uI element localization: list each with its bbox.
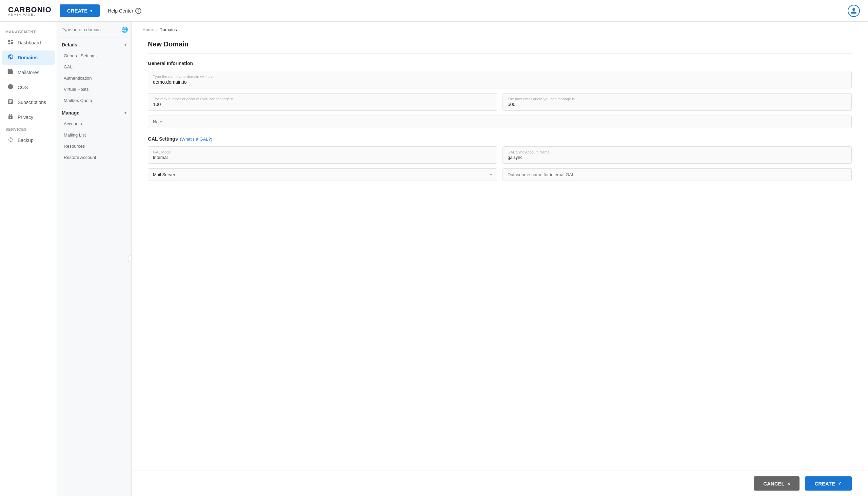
- max-quota-group: The max email quota you can manage is...: [503, 93, 852, 111]
- mail-server-datasource-row: Mail Server ▾: [148, 168, 852, 181]
- sidebar-item-label: Domains: [18, 55, 38, 60]
- sub-nav-virtual-hosts[interactable]: Virtual Hosts: [57, 84, 131, 95]
- gal-mode-wrapper: GAL Mode Internal: [148, 146, 497, 164]
- create-label: CREATE: [814, 481, 835, 486]
- manage-section-title: Manage: [62, 110, 79, 115]
- content-area: New Domain General Information Type the …: [132, 35, 868, 470]
- general-info-title: General Information: [148, 61, 852, 66]
- sidebar-item-label: Subscriptions: [18, 99, 46, 105]
- domain-name-label: Type the name your domain will have: [153, 75, 847, 79]
- page-title: New Domain: [148, 40, 852, 54]
- main-content: Home / Domains New Domain General Inform…: [132, 22, 868, 496]
- max-quota-wrapper: The max email quota you can manage is...: [503, 93, 852, 111]
- details-chevron-icon: ▾: [124, 42, 126, 47]
- domain-name-field-wrapper: Type the name your domain will have: [148, 71, 852, 89]
- domain-name-input-wrapper: Type the name your domain will have: [148, 71, 852, 89]
- details-nav-items: General Settings GAL Authentication Virt…: [57, 50, 131, 106]
- max-quota-label: The max email quota you can manage is...: [508, 97, 847, 101]
- sidebar-item-domains[interactable]: Domains: [2, 50, 55, 65]
- gal-sync-wrapper: GAL Sync Account Name galsync: [503, 146, 852, 164]
- cancel-button[interactable]: CANCEL ×: [754, 476, 799, 491]
- footer-actions: CANCEL × CREATE ✓: [132, 470, 868, 496]
- create-button-label: CREATE: [67, 8, 88, 14]
- sub-nav-restore-account[interactable]: Restore Account: [57, 152, 131, 163]
- sidebar-item-dashboard[interactable]: Dashboard: [2, 35, 55, 50]
- sidebar-item-privacy[interactable]: Privacy: [2, 110, 55, 124]
- chevron-down-icon: ▾: [90, 9, 92, 13]
- manage-nav-items: Accounts Mailing List Resources Restore …: [57, 118, 131, 163]
- cancel-label: CANCEL: [763, 481, 784, 486]
- sub-nav-mailing-list[interactable]: Mailing List: [57, 129, 131, 141]
- gal-settings-title: GAL Settings (What's a GAL?): [148, 136, 852, 142]
- mail-server-label: Mail Server: [153, 172, 175, 177]
- create-submit-button[interactable]: CREATE ✓: [805, 476, 852, 491]
- cos-icon: [8, 84, 14, 91]
- max-accounts-group: The max number of accounts you can manag…: [148, 93, 497, 111]
- breadcrumb-home[interactable]: Home: [143, 27, 154, 32]
- user-avatar-icon[interactable]: [848, 5, 860, 17]
- gal-sync-value: galsync: [508, 155, 847, 160]
- gal-settings-section: GAL Settings (What's a GAL?) GAL Mode In…: [148, 136, 852, 181]
- backup-icon: [8, 137, 14, 144]
- gal-mode-label: GAL Mode: [153, 150, 492, 154]
- topbar-right: [848, 5, 860, 17]
- topbar: CARBONIO ADMIN PANEL CREATE ▾ Help Cente…: [0, 0, 868, 22]
- logo: CARBONIO ADMIN PANEL: [8, 5, 51, 16]
- mail-server-group: Mail Server ▾: [148, 168, 497, 181]
- main-layout: Management Dashboard Domains Mailstores …: [0, 22, 868, 496]
- sub-nav-general-settings[interactable]: General Settings: [57, 50, 131, 61]
- create-checkmark-icon: ✓: [838, 480, 842, 486]
- domain-name-input[interactable]: [153, 79, 847, 85]
- gal-mode-value: Internal: [153, 155, 492, 160]
- sidebar-item-label: Privacy: [18, 114, 33, 120]
- gal-sync-label: GAL Sync Account Name: [508, 150, 847, 154]
- note-input[interactable]: [148, 115, 852, 128]
- max-accounts-wrapper: The max number of accounts you can manag…: [148, 93, 497, 111]
- sub-sidebar: 🌐 Details ▾ General Settings GAL Authent…: [57, 22, 132, 496]
- sidebar-item-subscriptions[interactable]: Subscriptions: [2, 95, 55, 109]
- datasource-input[interactable]: [503, 168, 852, 181]
- breadcrumb-separator: /: [156, 27, 158, 32]
- sidebar-item-backup[interactable]: Backup: [2, 133, 55, 148]
- sidebar: Management Dashboard Domains Mailstores …: [0, 22, 57, 496]
- max-accounts-label: The max number of accounts you can manag…: [153, 97, 492, 101]
- details-section-header[interactable]: Details ▾: [57, 38, 131, 50]
- manage-section-header[interactable]: Manage ▾: [57, 106, 131, 118]
- details-section-title: Details: [62, 42, 77, 47]
- management-section-label: Management: [0, 27, 57, 35]
- breadcrumb: Home / Domains: [132, 22, 868, 35]
- domain-search-area: 🌐: [57, 22, 131, 38]
- collapse-sidebar-button[interactable]: ‹: [128, 255, 132, 263]
- sub-nav-resources[interactable]: Resources: [57, 141, 131, 152]
- globe-icon[interactable]: 🌐: [121, 27, 128, 33]
- svg-point-0: [8, 84, 13, 90]
- breadcrumb-current: Domains: [159, 27, 177, 32]
- mailstores-icon: [8, 69, 14, 76]
- sidebar-item-mailstores[interactable]: Mailstores: [2, 65, 55, 80]
- sidebar-item-cos[interactable]: COS: [2, 80, 55, 94]
- sub-nav-accounts[interactable]: Accounts: [57, 118, 131, 129]
- max-quota-input[interactable]: [508, 102, 847, 107]
- sidebar-item-label: Mailstores: [18, 70, 39, 75]
- gal-info-link[interactable]: (What's a GAL?): [180, 137, 212, 142]
- domains-icon: [8, 54, 14, 61]
- sidebar-item-label: Dashboard: [18, 40, 41, 45]
- help-circle-icon: ?: [135, 8, 141, 14]
- dashboard-icon: [8, 39, 14, 46]
- create-dropdown-button[interactable]: CREATE ▾: [60, 4, 100, 17]
- note-field-wrapper: [148, 115, 852, 128]
- subscriptions-icon: [8, 98, 14, 106]
- max-accounts-quota-row: The max number of accounts you can manag…: [148, 93, 852, 111]
- domain-search-input[interactable]: [62, 27, 119, 32]
- sub-nav-gal[interactable]: GAL: [57, 61, 131, 73]
- sub-nav-mailbox-quota[interactable]: Mailbox Quota: [57, 95, 131, 106]
- max-accounts-input[interactable]: [153, 102, 492, 107]
- help-center-link[interactable]: Help Center ?: [108, 8, 141, 14]
- sidebar-item-label: Backup: [18, 138, 33, 143]
- manage-chevron-icon: ▾: [124, 110, 126, 115]
- privacy-icon: [8, 113, 14, 121]
- mail-server-select[interactable]: Mail Server ▾: [148, 168, 497, 181]
- sidebar-item-label: COS: [18, 85, 28, 90]
- sub-nav-authentication[interactable]: Authentication: [57, 73, 131, 84]
- gal-mode-sync-row: GAL Mode Internal GAL Sync Account Name …: [148, 146, 852, 164]
